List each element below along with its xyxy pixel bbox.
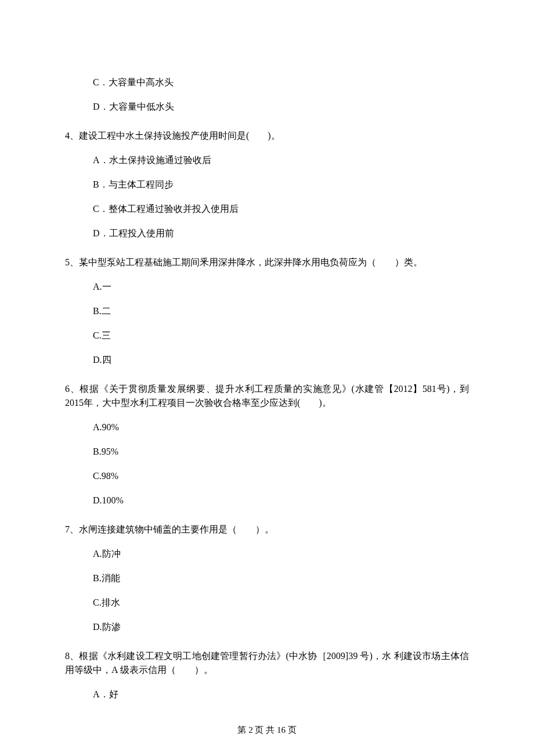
q5-option-d: D.四 [93, 353, 469, 367]
q4-option-c: C．整体工程通过验收并投入使用后 [93, 202, 469, 216]
q6-option-a: A.90% [93, 420, 469, 434]
q4-option-a: A．水土保持设施通过验收后 [93, 153, 469, 167]
q7-option-b: B.消能 [93, 571, 469, 585]
q6-stem: 6、根据《关于贯彻质量发展纲要、提升水利工程质量的实施意见》(水建管【2012】… [65, 382, 469, 410]
q6-option-b: B.95% [93, 445, 469, 459]
q3-option-c: C．大容量中高水头 [93, 75, 469, 89]
q8-option-a: A．好 [93, 687, 469, 701]
q7-stem: 7、水闸连接建筑物中铺盖的主要作用是（ ）。 [65, 523, 469, 537]
q5-stem: 5、某中型泵站工程基础施工期间釆用深井降水，此深井降水用电负荷应为（ ）类。 [65, 255, 469, 269]
q5-option-b: B.二 [93, 304, 469, 318]
q7-option-a: A.防冲 [93, 547, 469, 561]
q4-option-d: D．工程投入使用前 [93, 226, 469, 240]
q6-option-d: D.100% [93, 494, 469, 507]
q5-option-a: A.一 [93, 280, 469, 294]
q8-stem: 8、根据《水利建设工程文明工地创建管理暂行办法》(中水协［2009]39 号)，… [65, 649, 469, 677]
q5-option-c: C.三 [93, 329, 469, 343]
q6-option-c: C.98% [93, 469, 469, 483]
q3-option-d: D．大容量中低水头 [93, 100, 469, 114]
q7-option-d: D.防渗 [93, 620, 469, 634]
q7-option-c: C.排水 [93, 596, 469, 610]
q4-stem: 4、建设工程中水土保持设施投产使用时间是( )。 [65, 129, 469, 143]
document-page: C．大容量中高水头 D．大容量中低水头 4、建设工程中水土保持设施投产使用时间是… [0, 0, 534, 756]
page-footer: 第 2 页 共 16 页 [0, 723, 534, 737]
q4-option-b: B．与主体工程同步 [93, 178, 469, 192]
